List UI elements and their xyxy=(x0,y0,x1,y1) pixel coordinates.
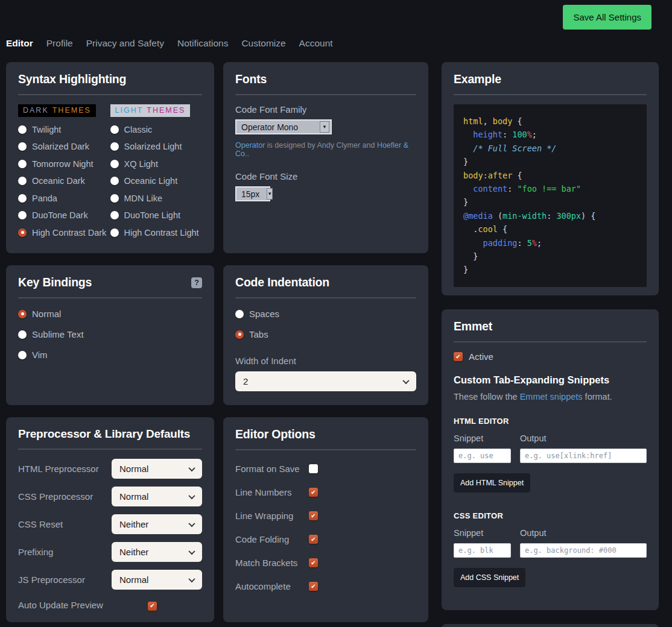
css-reset-select[interactable]: Neither xyxy=(112,514,202,534)
select-value: Neither xyxy=(119,519,148,529)
radio-icon[interactable] xyxy=(18,194,27,203)
dropdown-arrow-icon: ▼ xyxy=(267,188,273,200)
dark-theme-list: TwilightSolarized DarkTomorrow NightOcea… xyxy=(18,125,110,238)
option-row-format-on-save: Format on Save xyxy=(235,464,416,474)
width-of-indent-select[interactable]: 2 xyxy=(235,371,416,391)
radio-icon[interactable] xyxy=(110,125,119,134)
key-binding-sublime-text[interactable]: Sublime Text xyxy=(18,329,202,339)
select-value: Normal xyxy=(119,491,148,502)
code-indentation-card: Code Indentation SpacesTabs Width of Ind… xyxy=(223,265,428,405)
prefixing-select[interactable]: Neither xyxy=(112,542,202,562)
radio-icon[interactable] xyxy=(18,330,27,339)
theme-oceanic-light[interactable]: Oceanic Light xyxy=(110,176,203,186)
code-folding-checkbox[interactable] xyxy=(309,535,318,544)
indent-spaces[interactable]: Spaces xyxy=(235,309,416,319)
tab-account[interactable]: Account xyxy=(299,38,333,49)
autocomplete-checkbox[interactable] xyxy=(309,582,318,591)
theme-high-contrast-dark[interactable]: High Contrast Dark xyxy=(18,228,110,238)
code-font-size-select[interactable]: 15px ▼ xyxy=(235,186,270,201)
radio-icon[interactable] xyxy=(110,211,119,219)
option-row-autocomplete: Autocomplete xyxy=(235,581,416,591)
output-label: Output xyxy=(520,433,547,443)
chevron-down-icon xyxy=(188,547,195,554)
divider xyxy=(235,297,416,298)
radio-icon[interactable] xyxy=(18,351,27,359)
css-editor-heading: CSS EDITOR xyxy=(454,511,647,520)
add-css-snippet-button[interactable]: Add CSS Snippet xyxy=(454,568,525,587)
emmet-active-checkbox[interactable] xyxy=(454,352,463,361)
code-line: html, body { xyxy=(463,115,637,128)
theme-high-contrast-light[interactable]: High Contrast Light xyxy=(110,228,203,238)
radio-icon[interactable] xyxy=(235,310,244,318)
js-preprocessor-select[interactable]: Normal xyxy=(112,570,202,590)
code-line: } xyxy=(463,195,637,209)
line-numbers-checkbox[interactable] xyxy=(309,488,318,497)
theme-panda[interactable]: Panda xyxy=(18,194,110,203)
light-themes-badge: LIGHTTHEMES xyxy=(110,104,191,117)
radio-label: Vim xyxy=(32,350,48,360)
css-preprocessor-select[interactable]: Normal xyxy=(112,487,202,506)
theme-duotone-dark[interactable]: DuoTone Dark xyxy=(18,210,110,220)
key-binding-vim[interactable]: Vim xyxy=(18,350,202,360)
theme-mdn-like[interactable]: MDN Like xyxy=(110,194,203,203)
help-icon[interactable]: ? xyxy=(191,277,202,288)
select-value: Neither xyxy=(119,547,148,557)
theme-duotone-light[interactable]: DuoTone Light xyxy=(110,210,203,220)
theme-twilight[interactable]: Twilight xyxy=(18,125,110,134)
tab-editor[interactable]: Editor xyxy=(6,38,33,49)
radio-icon[interactable] xyxy=(18,310,27,318)
html-snippet-input[interactable] xyxy=(454,449,511,463)
radio-icon[interactable] xyxy=(18,160,27,168)
setting-label: CSS Preprocessor xyxy=(18,491,112,502)
radio-label: High Contrast Light xyxy=(124,228,199,238)
line-wrapping-checkbox[interactable] xyxy=(309,511,318,520)
code-font-family-select[interactable]: Operator Mono ▼ xyxy=(235,119,332,134)
tab-customize[interactable]: Customize xyxy=(241,38,285,49)
radio-icon[interactable] xyxy=(110,177,119,185)
card-title: Code Indentation xyxy=(235,276,416,289)
emmet-snippets-link[interactable]: Emmet snippets xyxy=(520,392,583,402)
code-line: } xyxy=(463,155,637,168)
code-line: /* Full Screen */ xyxy=(463,142,637,155)
css-output-input[interactable] xyxy=(520,543,647,558)
theme-tomorrow-night[interactable]: Tomorrow Night xyxy=(18,159,110,169)
radio-icon[interactable] xyxy=(18,228,27,237)
html-preprocessor-select[interactable]: Normal xyxy=(112,459,202,479)
tab-notifications[interactable]: Notifications xyxy=(177,38,228,49)
theme-solarized-dark[interactable]: Solarized Dark xyxy=(18,142,110,151)
tab-privacy-and-safety[interactable]: Privacy and Safety xyxy=(86,38,164,49)
radio-icon[interactable] xyxy=(18,125,27,134)
radio-icon[interactable] xyxy=(18,211,27,219)
radio-icon[interactable] xyxy=(18,142,27,151)
add-html-snippet-button[interactable]: Add HTML Snippet xyxy=(454,473,530,493)
radio-icon[interactable] xyxy=(235,330,244,339)
radio-icon[interactable] xyxy=(110,160,119,168)
css-snippet-input[interactable] xyxy=(454,543,511,558)
radio-label: Sublime Text xyxy=(32,329,84,339)
indent-tabs[interactable]: Tabs xyxy=(235,329,416,339)
radio-icon[interactable] xyxy=(18,177,27,185)
html-output-input[interactable] xyxy=(520,449,647,463)
theme-oceanic-dark[interactable]: Oceanic Dark xyxy=(18,176,110,186)
operator-link[interactable]: Operator xyxy=(235,141,265,150)
settings-grid: Syntax Highlighting DARKTHEMES TwilightS… xyxy=(6,62,659,627)
match-brackets-checkbox[interactable] xyxy=(309,558,318,567)
radio-icon[interactable] xyxy=(110,142,119,151)
key-binding-normal[interactable]: Normal xyxy=(18,309,202,319)
radio-icon[interactable] xyxy=(110,194,119,203)
setting-label: JS Preprocessor xyxy=(18,575,112,585)
example-code: html, body { height: 100%; /* Full Scree… xyxy=(454,104,647,287)
radio-icon[interactable] xyxy=(110,228,119,237)
theme-classic[interactable]: Classic xyxy=(110,125,203,134)
theme-solarized-light[interactable]: Solarized Light xyxy=(110,142,203,151)
card-title: Editor Options xyxy=(235,427,416,441)
theme-xq-light[interactable]: XQ Light xyxy=(110,159,203,169)
chevron-down-icon xyxy=(188,520,195,526)
divider xyxy=(235,449,416,450)
auto-update-preview-checkbox[interactable] xyxy=(148,602,157,611)
width-of-indent-label: Width of Indent xyxy=(235,356,416,366)
format-on-save-checkbox[interactable] xyxy=(309,464,318,473)
save-all-settings-button[interactable]: Save All Settings xyxy=(563,5,651,30)
code-line: } xyxy=(463,263,637,276)
tab-profile[interactable]: Profile xyxy=(46,38,73,49)
